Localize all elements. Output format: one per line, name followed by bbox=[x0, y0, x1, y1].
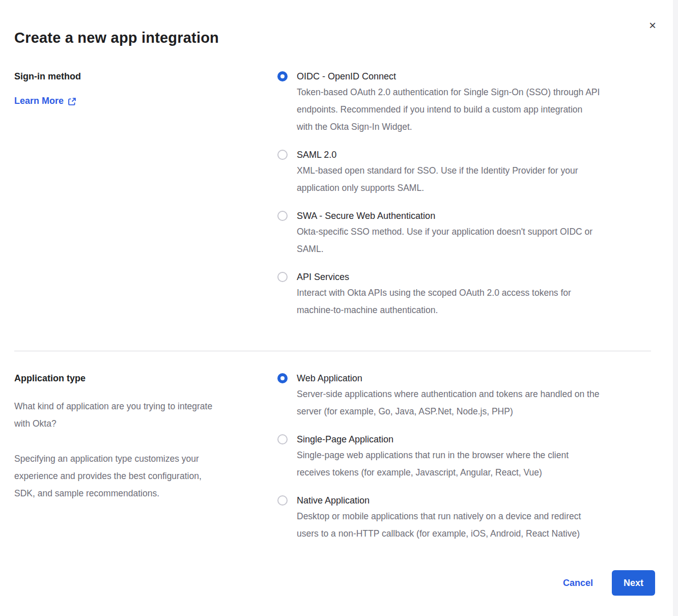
radio-native-application[interactable] bbox=[277, 495, 288, 506]
option-api-services[interactable]: API Services Interact with Okta APIs usi… bbox=[277, 271, 655, 319]
next-button[interactable]: Next bbox=[612, 570, 655, 596]
option-oidc[interactable]: OIDC - OpenID Connect Token-based OAuth … bbox=[277, 70, 655, 135]
learn-more-link[interactable]: Learn More bbox=[14, 96, 76, 106]
option-saml-description: XML-based open standard for SSO. Use if … bbox=[297, 162, 578, 197]
radio-oidc[interactable] bbox=[277, 71, 288, 81]
option-oidc-description: Token-based OAuth 2.0 authentication for… bbox=[297, 83, 600, 135]
signin-method-heading: Sign-in method bbox=[14, 70, 255, 82]
application-type-explanation: Specifying an application type customize… bbox=[14, 450, 255, 502]
option-single-page-application-description: Single-page web applications that run in… bbox=[297, 446, 569, 481]
application-type-left-column: Application type What kind of applicatio… bbox=[14, 372, 277, 542]
dialog-footer: Cancel Next bbox=[14, 570, 655, 596]
application-type-question: What kind of application are you trying … bbox=[14, 398, 255, 432]
learn-more-label: Learn More bbox=[14, 96, 64, 106]
application-type-section: Application type What kind of applicatio… bbox=[14, 372, 655, 542]
option-native-application-description: Desktop or mobile applications that run … bbox=[297, 508, 581, 542]
option-single-page-application-label[interactable]: Single-Page Application bbox=[297, 433, 569, 445]
application-type-heading: Application type bbox=[14, 372, 255, 384]
option-swa[interactable]: SWA - Secure Web Authentication Okta-spe… bbox=[277, 210, 655, 258]
page-title: Create a new app integration bbox=[14, 0, 655, 46]
signin-method-left-column: Sign-in method Learn More bbox=[14, 70, 277, 319]
close-icon[interactable]: × bbox=[645, 18, 660, 33]
section-divider bbox=[14, 351, 651, 351]
radio-saml[interactable] bbox=[277, 150, 288, 160]
radio-single-page-application[interactable] bbox=[277, 434, 288, 444]
option-web-application-label[interactable]: Web Application bbox=[297, 372, 599, 384]
option-api-services-label[interactable]: API Services bbox=[297, 271, 571, 283]
signin-method-options: OIDC - OpenID Connect Token-based OAuth … bbox=[277, 70, 655, 319]
option-oidc-label[interactable]: OIDC - OpenID Connect bbox=[297, 70, 600, 82]
option-swa-description: Okta-specific SSO method. Use if your ap… bbox=[297, 223, 592, 258]
external-link-icon bbox=[68, 96, 76, 106]
radio-swa[interactable] bbox=[277, 211, 288, 221]
option-api-services-description: Interact with Okta APIs using the scoped… bbox=[297, 284, 571, 319]
create-app-integration-dialog: × Create a new app integration Sign-in m… bbox=[0, 0, 678, 596]
application-type-options: Web Application Server-side applications… bbox=[277, 372, 655, 542]
option-native-application[interactable]: Native Application Desktop or mobile app… bbox=[277, 494, 655, 542]
radio-api-services[interactable] bbox=[277, 272, 288, 282]
option-single-page-application[interactable]: Single-Page Application Single-page web … bbox=[277, 433, 655, 481]
option-web-application[interactable]: Web Application Server-side applications… bbox=[277, 372, 655, 420]
option-saml[interactable]: SAML 2.0 XML-based open standard for SSO… bbox=[277, 149, 655, 197]
option-native-application-label[interactable]: Native Application bbox=[297, 494, 581, 507]
option-swa-label[interactable]: SWA - Secure Web Authentication bbox=[297, 210, 592, 222]
cancel-button[interactable]: Cancel bbox=[563, 578, 593, 589]
option-web-application-description: Server-side applications where authentic… bbox=[297, 385, 599, 420]
option-saml-label[interactable]: SAML 2.0 bbox=[297, 149, 578, 161]
radio-web-application[interactable] bbox=[277, 373, 288, 383]
signin-method-section: Sign-in method Learn More OIDC - OpenID … bbox=[14, 70, 655, 319]
